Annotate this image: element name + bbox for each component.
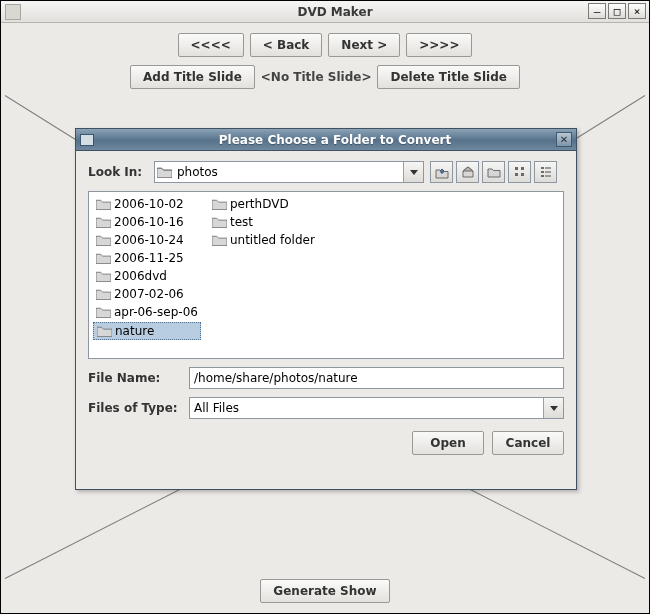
svg-rect-8 <box>541 175 544 177</box>
app-icon <box>5 4 21 20</box>
svg-rect-6 <box>541 171 544 173</box>
window-title: DVD Maker <box>21 5 649 19</box>
folder-entry[interactable]: perthDVD <box>209 196 318 212</box>
folder-entry[interactable]: untitled folder <box>209 232 318 248</box>
dialog-title: Please Choose a Folder to Convert <box>94 133 576 147</box>
folder-name: 2006-10-02 <box>114 197 184 211</box>
maximize-button[interactable]: □ <box>608 3 626 19</box>
folder-name: 2006-10-16 <box>114 215 184 229</box>
folder-entry[interactable]: 2006-11-25 <box>93 250 201 266</box>
folder-name: 2007-02-06 <box>114 287 184 301</box>
folder-icon <box>96 216 111 228</box>
folder-icon <box>96 234 111 246</box>
folder-name: 2006-11-25 <box>114 251 184 265</box>
folder-entry[interactable]: 2007-02-06 <box>93 286 201 302</box>
svg-rect-9 <box>545 175 551 177</box>
svg-rect-0 <box>515 167 518 170</box>
open-button[interactable]: Open <box>412 431 484 455</box>
folder-entry[interactable]: nature <box>93 322 201 340</box>
add-title-slide-button[interactable]: Add Title Slide <box>130 65 255 89</box>
files-of-type-label: Files of Type: <box>88 401 183 415</box>
folder-name: apr-06-sep-06 <box>114 305 198 319</box>
svg-rect-4 <box>541 167 544 169</box>
svg-rect-2 <box>521 167 524 170</box>
folder-icon <box>96 198 111 210</box>
folder-icon <box>96 252 111 264</box>
file-name-label: File Name: <box>88 371 183 385</box>
folder-entry[interactable]: 2006-10-16 <box>93 214 201 230</box>
folder-chooser-dialog: Please Choose a Folder to Convert ✕ Look… <box>75 128 577 490</box>
dialog-titlebar: Please Choose a Folder to Convert ✕ <box>76 129 576 151</box>
file-name-input[interactable] <box>189 367 564 389</box>
home-button[interactable] <box>456 161 479 183</box>
cancel-button[interactable]: Cancel <box>492 431 564 455</box>
folder-entry[interactable]: test <box>209 214 318 230</box>
folder-icon <box>212 198 227 210</box>
first-button[interactable]: <<<< <box>178 33 244 57</box>
folder-name: 2006-10-24 <box>114 233 184 247</box>
list-view-button[interactable] <box>508 161 531 183</box>
folder-icon <box>96 288 111 300</box>
folder-name: untitled folder <box>230 233 315 247</box>
look-in-dropdown-arrow[interactable] <box>403 162 423 182</box>
folder-icon <box>96 270 111 282</box>
folder-name: test <box>230 215 253 229</box>
delete-title-slide-button[interactable]: Delete Title Slide <box>377 65 519 89</box>
last-button[interactable]: >>>> <box>406 33 472 57</box>
generate-show-button[interactable]: Generate Show <box>260 579 389 603</box>
folder-icon <box>155 166 173 178</box>
dialog-close-button[interactable]: ✕ <box>556 132 572 147</box>
dialog-icon <box>80 134 94 146</box>
folder-icon <box>97 325 112 337</box>
svg-rect-3 <box>521 173 524 176</box>
decorative-line <box>5 487 184 579</box>
folder-name: 2006dvd <box>114 269 167 283</box>
folder-icon <box>96 306 111 318</box>
close-button[interactable]: × <box>628 3 646 19</box>
files-of-type-dropdown-arrow[interactable] <box>543 398 563 418</box>
window-titlebar: DVD Maker – □ × <box>1 1 649 23</box>
back-button[interactable]: < Back <box>250 33 323 57</box>
look-in-combo[interactable]: photos <box>154 161 424 183</box>
folder-entry[interactable]: apr-06-sep-06 <box>93 304 201 320</box>
svg-rect-1 <box>515 173 518 176</box>
folder-name: perthDVD <box>230 197 289 211</box>
folder-entry[interactable]: 2006-10-02 <box>93 196 201 212</box>
new-folder-button[interactable] <box>482 161 505 183</box>
folder-entry[interactable]: 2006-10-24 <box>93 232 201 248</box>
look-in-value: photos <box>173 165 403 179</box>
folder-name: nature <box>115 324 154 338</box>
svg-rect-7 <box>545 171 551 173</box>
svg-rect-5 <box>545 167 551 169</box>
folder-icon <box>212 216 227 228</box>
minimize-button[interactable]: – <box>588 3 606 19</box>
files-of-type-combo[interactable]: All Files <box>189 397 564 419</box>
details-view-button[interactable] <box>534 161 557 183</box>
title-slide-status: <No Title Slide> <box>261 70 372 84</box>
look-in-label: Look In: <box>88 165 148 179</box>
up-one-level-button[interactable] <box>430 161 453 183</box>
next-button[interactable]: Next > <box>328 33 400 57</box>
file-list[interactable]: 2006-10-022006-10-162006-10-242006-11-25… <box>88 191 564 359</box>
folder-icon <box>212 234 227 246</box>
folder-entry[interactable]: 2006dvd <box>93 268 201 284</box>
files-of-type-value: All Files <box>190 401 543 415</box>
decorative-line <box>467 487 646 579</box>
